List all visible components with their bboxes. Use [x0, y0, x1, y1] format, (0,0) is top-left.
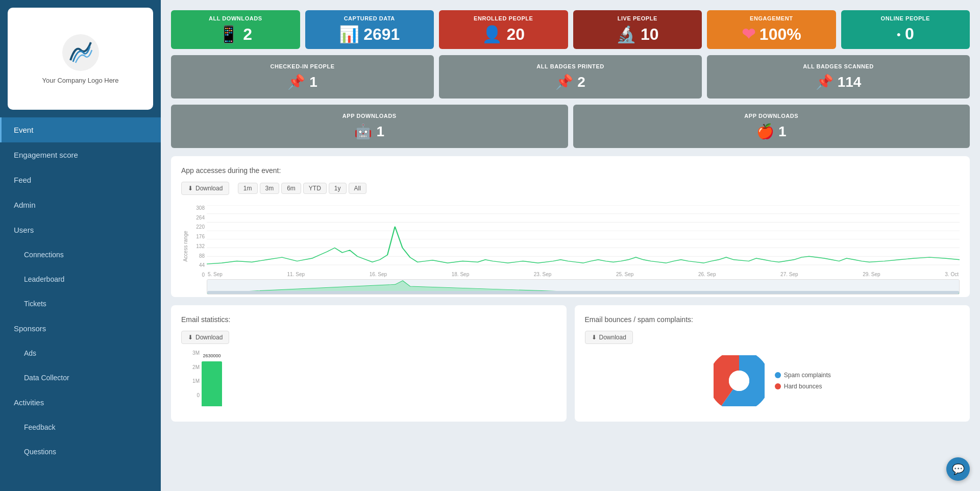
badges-printed-label: ALL BADGES PRINTED — [536, 63, 604, 69]
email-bars: 2630000 — [202, 358, 222, 406]
time-filter-6m[interactable]: 6m — [281, 183, 301, 194]
email-bounces-panel: Email bounces / spam complaints: ⬇ Downl… — [575, 305, 970, 422]
chart-controls: ⬇ Download 1m 3m 6m YTD 1y All — [181, 182, 960, 201]
x-label-5: 23. Sep — [534, 272, 551, 277]
chart-scrollbar[interactable] — [207, 291, 959, 294]
enrolled-value: 👤 20 — [482, 24, 525, 44]
sidebar-item-feed[interactable]: Feed — [0, 167, 161, 192]
bottom-panels-row: Email statistics: ⬇ Download 3M 2M 1M 0 … — [171, 305, 970, 422]
live-people-card: LIVE PEOPLE 🔬 10 — [573, 10, 702, 49]
access-chart-area: Access range 308 264 220 176 132 88 44 0 — [181, 205, 960, 287]
sidebar-item-event[interactable]: Event — [0, 117, 161, 142]
email-bar-chart: 3M 2M 1M 0 2630000 — [181, 350, 556, 406]
x-axis-labels: 5. Sep 11. Sep 16. Sep 18. Sep 23. Sep 2… — [207, 272, 960, 277]
time-filter-ytd[interactable]: YTD — [303, 183, 327, 194]
email-bounces-title: Email bounces / spam complaints: — [585, 315, 960, 324]
time-filter-1m[interactable]: 1m — [238, 183, 258, 194]
time-filter-group: 1m 3m 6m YTD 1y All — [238, 183, 366, 194]
print-icon: 📌 — [555, 73, 573, 90]
time-filter-3m[interactable]: 3m — [260, 183, 280, 194]
y-label-0: 0 — [202, 272, 205, 278]
badges-scanned-value: 📌 114 — [816, 73, 862, 90]
hard-bounces-dot — [775, 383, 781, 389]
spam-label: Spam complaints — [784, 372, 831, 379]
x-label-7: 26. Sep — [698, 272, 716, 277]
pie-chart-area: Spam complaints Hard bounces — [585, 350, 960, 411]
access-chart-title: App accesses during the event: — [181, 166, 960, 175]
captured-data-value: 📊 2691 — [339, 24, 400, 44]
x-label-4: 18. Sep — [452, 272, 469, 277]
email-stats-panel: Email statistics: ⬇ Download 3M 2M 1M 0 … — [171, 305, 567, 422]
hard-bounces-label: Hard bounces — [784, 383, 822, 390]
checked-in-value: 📌 1 — [287, 73, 317, 90]
chat-icon: 💬 — [952, 463, 965, 475]
mid-stats-row: CHECKED-IN PEOPLE 📌 1 ALL BADGES PRINTED… — [171, 55, 970, 99]
android-downloads-label: APP DOWNLOADS — [342, 113, 397, 119]
email-bounces-download-button[interactable]: ⬇ Download — [585, 331, 633, 344]
sidebar-item-admin[interactable]: Admin — [0, 192, 161, 217]
download-icon-email: ⬇ — [188, 334, 193, 341]
apple-icon: 🍎 — [756, 123, 774, 140]
sidebar-item-feedback[interactable]: Feedback — [0, 415, 161, 439]
scan-icon: 📌 — [816, 73, 834, 90]
y-label-308: 308 — [196, 205, 205, 211]
sidebar-item-connections[interactable]: Connections — [0, 242, 161, 267]
all-downloads-label: ALL DOWNLOADS — [209, 15, 262, 21]
pie-legend: Spam complaints Hard bounces — [775, 372, 831, 390]
y-label-44: 44 — [199, 262, 205, 268]
top-stats-row: ALL DOWNLOADS 📱 2 CAPTURED DATA 📊 2691 E… — [171, 10, 970, 49]
checked-in-label: CHECKED-IN PEOPLE — [270, 63, 334, 69]
online-value: ● 0 — [897, 24, 914, 43]
live-label: LIVE PEOPLE — [618, 15, 657, 21]
chart-svg-container: 5. Sep 11. Sep 16. Sep 18. Sep 23. Sep 2… — [207, 205, 960, 287]
main-content: ALL DOWNLOADS 📱 2 CAPTURED DATA 📊 2691 E… — [161, 0, 980, 491]
sidebar-item-activities[interactable]: Activities — [0, 390, 161, 415]
svg-point-0 — [62, 34, 99, 71]
time-filter-1y[interactable]: 1y — [329, 183, 347, 194]
company-logo-icon — [60, 32, 101, 73]
svg-point-12 — [729, 371, 749, 391]
ios-downloads-card: APP DOWNLOADS 🍎 1 — [573, 105, 970, 148]
checked-in-card: CHECKED-IN PEOPLE 📌 1 — [171, 55, 434, 99]
email-stats-download-button[interactable]: ⬇ Download — [181, 331, 229, 344]
all-downloads-value: 📱 2 — [218, 24, 252, 44]
logo-area: Your Company Logo Here — [8, 8, 153, 110]
x-label-3: 16. Sep — [370, 272, 387, 277]
sidebar-item-sponsors[interactable]: Sponsors — [0, 316, 161, 341]
email-y-axis: 3M 2M 1M 0 — [181, 350, 200, 398]
online-people-card: ONLINE PEOPLE ● 0 — [841, 10, 970, 49]
android-downloads-card: APP DOWNLOADS 🤖 1 — [171, 105, 568, 148]
enrolled-label: ENROLLED PEOPLE — [474, 15, 533, 21]
chat-bubble-button[interactable]: 💬 — [946, 457, 970, 481]
chart-mini-overview — [207, 279, 960, 294]
legend-hard-bounces: Hard bounces — [775, 383, 831, 390]
live-value: 🔬 10 — [616, 24, 659, 44]
time-filter-all[interactable]: All — [349, 183, 366, 194]
ios-downloads-value: 🍎 1 — [756, 123, 787, 140]
sidebar-item-ads[interactable]: Ads — [0, 341, 161, 365]
email-bar-1: 2630000 — [202, 361, 222, 406]
sidebar-item-leaderboard[interactable]: Leaderboard — [0, 267, 161, 291]
person-icon: 👤 — [482, 24, 502, 44]
sidebar-item-engagement-score[interactable]: Engagement score — [0, 142, 161, 167]
sidebar-item-users[interactable]: Users — [0, 217, 161, 242]
spam-dot — [775, 372, 781, 378]
y-axis-labels: 308 264 220 176 132 88 44 0 — [189, 205, 207, 287]
x-label-10: 3. Oct — [945, 272, 959, 277]
nav-menu: Event Engagement score Feed Admin Users … — [0, 117, 161, 464]
download-icon: ⬇ — [188, 185, 193, 192]
sidebar: Your Company Logo Here Event Engagement … — [0, 0, 161, 491]
sidebar-item-data-collector[interactable]: Data Collector — [0, 365, 161, 390]
bar-label-value: 2630000 — [203, 353, 220, 358]
bar-rect: 2630000 — [202, 361, 222, 406]
y-label-176: 176 — [196, 234, 205, 239]
sidebar-item-tickets[interactable]: Tickets — [0, 291, 161, 316]
y-axis-label-container: Access range — [181, 205, 189, 287]
badges-printed-value: 📌 2 — [555, 73, 585, 90]
app-download-cards-row: APP DOWNLOADS 🤖 1 APP DOWNLOADS 🍎 1 — [171, 105, 970, 148]
heart-icon: ❤ — [742, 24, 755, 44]
sidebar-item-questions[interactable]: Questions — [0, 439, 161, 464]
y-axis-label: Access range — [183, 231, 188, 262]
science-icon: 🔬 — [616, 24, 636, 44]
access-chart-download-button[interactable]: ⬇ Download — [181, 182, 229, 195]
